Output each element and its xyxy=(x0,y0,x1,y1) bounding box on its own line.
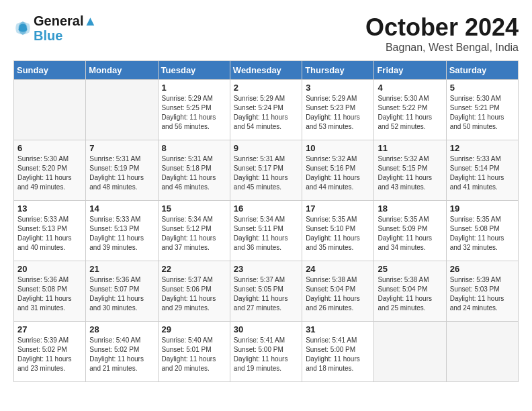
weekday-header-saturday: Saturday xyxy=(446,61,518,80)
week-row-4: 20Sunrise: 5:36 AM Sunset: 5:08 PM Dayli… xyxy=(14,261,519,322)
calendar-cell: 30Sunrise: 5:41 AM Sunset: 5:00 PM Dayli… xyxy=(230,322,302,382)
day-info: Sunrise: 5:31 AM Sunset: 5:17 PM Dayligh… xyxy=(234,154,298,192)
calendar-cell: 14Sunrise: 5:33 AM Sunset: 5:13 PM Dayli… xyxy=(86,201,158,261)
calendar-cell: 15Sunrise: 5:34 AM Sunset: 5:12 PM Dayli… xyxy=(158,201,230,261)
day-info: Sunrise: 5:35 AM Sunset: 5:10 PM Dayligh… xyxy=(306,215,370,253)
day-info: Sunrise: 5:38 AM Sunset: 5:04 PM Dayligh… xyxy=(378,275,442,313)
day-info: Sunrise: 5:41 AM Sunset: 5:00 PM Dayligh… xyxy=(234,336,298,373)
weekday-header-monday: Monday xyxy=(86,61,158,80)
calendar-cell: 17Sunrise: 5:35 AM Sunset: 5:10 PM Dayli… xyxy=(302,201,374,261)
calendar-cell: 10Sunrise: 5:32 AM Sunset: 5:16 PM Dayli… xyxy=(302,140,374,201)
day-number: 19 xyxy=(450,203,515,214)
day-number: 3 xyxy=(306,83,370,93)
day-info: Sunrise: 5:37 AM Sunset: 5:06 PM Dayligh… xyxy=(162,275,226,313)
calendar-cell: 26Sunrise: 5:39 AM Sunset: 5:03 PM Dayli… xyxy=(446,261,518,322)
calendar-cell xyxy=(374,322,446,382)
calendar-cell: 19Sunrise: 5:35 AM Sunset: 5:08 PM Dayli… xyxy=(446,201,518,261)
day-number: 29 xyxy=(162,324,226,334)
day-info: Sunrise: 5:33 AM Sunset: 5:14 PM Dayligh… xyxy=(450,154,515,192)
day-info: Sunrise: 5:39 AM Sunset: 5:02 PM Dayligh… xyxy=(17,336,82,373)
week-row-2: 6Sunrise: 5:30 AM Sunset: 5:20 PM Daylig… xyxy=(14,140,519,201)
day-info: Sunrise: 5:40 AM Sunset: 5:02 PM Dayligh… xyxy=(89,336,154,373)
calendar-cell xyxy=(446,322,518,382)
calendar-cell: 5Sunrise: 5:30 AM Sunset: 5:21 PM Daylig… xyxy=(446,80,518,140)
weekday-header-thursday: Thursday xyxy=(302,61,374,80)
day-info: Sunrise: 5:41 AM Sunset: 5:00 PM Dayligh… xyxy=(306,336,370,373)
weekday-header-tuesday: Tuesday xyxy=(158,61,230,80)
calendar-cell xyxy=(14,80,86,140)
day-number: 21 xyxy=(89,264,154,274)
day-info: Sunrise: 5:40 AM Sunset: 5:01 PM Dayligh… xyxy=(162,336,226,373)
title-block: October 2024 Bagnan, West Bengal, India xyxy=(365,13,519,54)
day-info: Sunrise: 5:35 AM Sunset: 5:09 PM Dayligh… xyxy=(378,215,442,253)
calendar-cell: 9Sunrise: 5:31 AM Sunset: 5:17 PM Daylig… xyxy=(230,140,302,201)
day-number: 14 xyxy=(89,203,154,214)
day-number: 5 xyxy=(450,83,515,93)
day-info: Sunrise: 5:34 AM Sunset: 5:11 PM Dayligh… xyxy=(234,215,298,253)
day-info: Sunrise: 5:30 AM Sunset: 5:21 PM Dayligh… xyxy=(450,94,515,132)
day-number: 4 xyxy=(378,83,442,93)
calendar-cell: 2Sunrise: 5:29 AM Sunset: 5:24 PM Daylig… xyxy=(230,80,302,140)
calendar-cell: 22Sunrise: 5:37 AM Sunset: 5:06 PM Dayli… xyxy=(158,261,230,322)
day-number: 13 xyxy=(17,203,82,214)
day-info: Sunrise: 5:33 AM Sunset: 5:13 PM Dayligh… xyxy=(17,215,82,253)
weekday-header-row: SundayMondayTuesdayWednesdayThursdayFrid… xyxy=(14,61,519,80)
day-info: Sunrise: 5:36 AM Sunset: 5:07 PM Dayligh… xyxy=(89,275,154,313)
day-number: 30 xyxy=(234,324,298,334)
calendar-cell: 11Sunrise: 5:32 AM Sunset: 5:15 PM Dayli… xyxy=(374,140,446,201)
logo-icon xyxy=(13,19,32,38)
logo: General▲ Blue xyxy=(13,13,97,43)
day-number: 27 xyxy=(17,324,82,334)
calendar-cell: 21Sunrise: 5:36 AM Sunset: 5:07 PM Dayli… xyxy=(86,261,158,322)
day-number: 16 xyxy=(234,203,298,214)
day-number: 28 xyxy=(89,324,154,334)
day-number: 2 xyxy=(234,83,298,93)
day-number: 17 xyxy=(306,203,370,214)
weekday-header-sunday: Sunday xyxy=(14,61,86,80)
day-number: 12 xyxy=(450,143,515,153)
day-number: 7 xyxy=(89,143,154,153)
week-row-3: 13Sunrise: 5:33 AM Sunset: 5:13 PM Dayli… xyxy=(14,201,519,261)
day-info: Sunrise: 5:34 AM Sunset: 5:12 PM Dayligh… xyxy=(162,215,226,253)
day-number: 31 xyxy=(306,324,370,334)
week-row-5: 27Sunrise: 5:39 AM Sunset: 5:02 PM Dayli… xyxy=(14,322,519,382)
calendar-cell: 6Sunrise: 5:30 AM Sunset: 5:20 PM Daylig… xyxy=(14,140,86,201)
calendar-table: SundayMondayTuesdayWednesdayThursdayFrid… xyxy=(13,60,519,382)
calendar-cell: 25Sunrise: 5:38 AM Sunset: 5:04 PM Dayli… xyxy=(374,261,446,322)
weekday-header-wednesday: Wednesday xyxy=(230,61,302,80)
week-row-1: 1Sunrise: 5:29 AM Sunset: 5:25 PM Daylig… xyxy=(14,80,519,140)
day-number: 10 xyxy=(306,143,370,153)
day-number: 26 xyxy=(450,264,515,274)
day-number: 20 xyxy=(17,264,82,274)
calendar-cell: 7Sunrise: 5:31 AM Sunset: 5:19 PM Daylig… xyxy=(86,140,158,201)
day-number: 6 xyxy=(17,143,82,153)
day-number: 25 xyxy=(378,264,442,274)
day-number: 22 xyxy=(162,264,226,274)
page-header: General▲ Blue October 2024 Bagnan, West … xyxy=(13,13,519,54)
calendar-cell: 23Sunrise: 5:37 AM Sunset: 5:05 PM Dayli… xyxy=(230,261,302,322)
day-info: Sunrise: 5:29 AM Sunset: 5:25 PM Dayligh… xyxy=(162,94,226,132)
calendar-cell: 8Sunrise: 5:31 AM Sunset: 5:18 PM Daylig… xyxy=(158,140,230,201)
calendar-cell xyxy=(86,80,158,140)
day-number: 9 xyxy=(234,143,298,153)
calendar-cell: 29Sunrise: 5:40 AM Sunset: 5:01 PM Dayli… xyxy=(158,322,230,382)
day-info: Sunrise: 5:30 AM Sunset: 5:20 PM Dayligh… xyxy=(17,154,82,192)
day-info: Sunrise: 5:35 AM Sunset: 5:08 PM Dayligh… xyxy=(450,215,515,253)
calendar-cell: 4Sunrise: 5:30 AM Sunset: 5:22 PM Daylig… xyxy=(374,80,446,140)
day-info: Sunrise: 5:30 AM Sunset: 5:22 PM Dayligh… xyxy=(378,94,442,132)
day-info: Sunrise: 5:32 AM Sunset: 5:16 PM Dayligh… xyxy=(306,154,370,192)
day-info: Sunrise: 5:39 AM Sunset: 5:03 PM Dayligh… xyxy=(450,275,515,313)
month-title: October 2024 xyxy=(365,13,519,42)
calendar-cell: 20Sunrise: 5:36 AM Sunset: 5:08 PM Dayli… xyxy=(14,261,86,322)
weekday-header-friday: Friday xyxy=(374,61,446,80)
calendar-cell: 13Sunrise: 5:33 AM Sunset: 5:13 PM Dayli… xyxy=(14,201,86,261)
day-info: Sunrise: 5:29 AM Sunset: 5:23 PM Dayligh… xyxy=(306,94,370,132)
day-number: 23 xyxy=(234,264,298,274)
calendar-cell: 3Sunrise: 5:29 AM Sunset: 5:23 PM Daylig… xyxy=(302,80,374,140)
day-number: 1 xyxy=(162,83,226,93)
logo-text: General▲ Blue xyxy=(34,13,97,43)
location: Bagnan, West Bengal, India xyxy=(365,42,519,54)
calendar-cell: 31Sunrise: 5:41 AM Sunset: 5:00 PM Dayli… xyxy=(302,322,374,382)
day-info: Sunrise: 5:33 AM Sunset: 5:13 PM Dayligh… xyxy=(89,215,154,253)
calendar-cell: 1Sunrise: 5:29 AM Sunset: 5:25 PM Daylig… xyxy=(158,80,230,140)
